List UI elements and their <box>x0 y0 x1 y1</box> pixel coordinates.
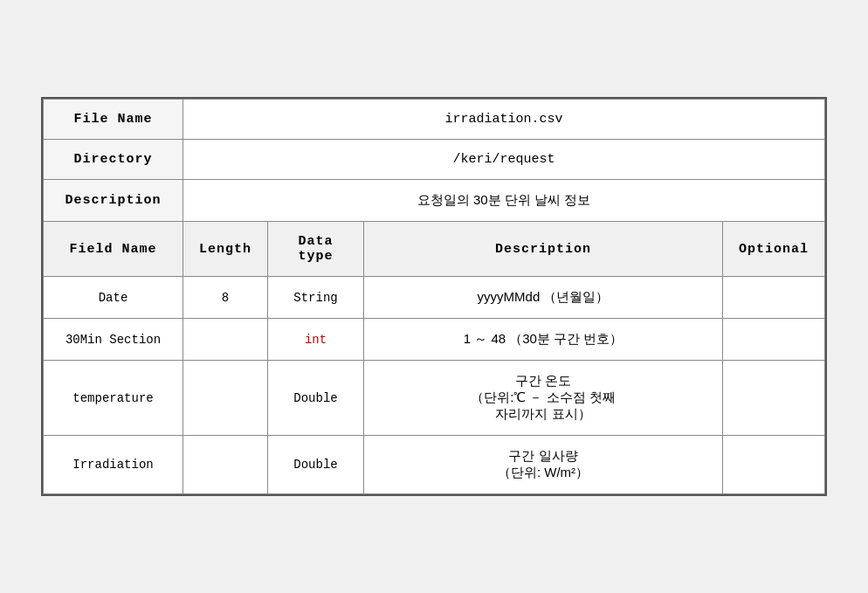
file-spec-table: File Name irradiation.csv Directory /ker… <box>43 99 825 494</box>
optional-30min <box>722 319 824 361</box>
directory-label: Directory <box>44 140 183 180</box>
description-temperature: 구간 온도（단위:℃ － 소수점 첫째자리까지 표시） <box>364 361 723 436</box>
optional-irradiation <box>722 436 824 494</box>
table-row: temperature Double 구간 온도（단위:℃ － 소수점 첫째자리… <box>44 361 825 436</box>
file-name-label: File Name <box>44 100 183 140</box>
table-header-row: Field Name Length Data type Description … <box>44 222 825 277</box>
table-row: 30Min Section int 1 ～ 48 （30분 구간 번호） <box>44 319 825 361</box>
field-name-date: Date <box>44 277 183 319</box>
header-field-name: Field Name <box>44 222 183 277</box>
main-table-container: File Name irradiation.csv Directory /ker… <box>41 97 827 496</box>
description-date: yyyyMMdd （년월일） <box>364 277 723 319</box>
file-name-row: File Name irradiation.csv <box>44 100 825 140</box>
optional-date <box>722 277 824 319</box>
header-optional: Optional <box>722 222 824 277</box>
directory-row: Directory /keri/request <box>44 140 825 180</box>
description-row: Description 요청일의 30분 단위 날씨 정보 <box>44 180 825 222</box>
length-irradiation <box>183 436 268 494</box>
field-name-temperature: temperature <box>44 361 183 436</box>
datatype-temperature: Double <box>268 361 364 436</box>
description-irradiation: 구간 일사량（단위: W/m²） <box>364 436 723 494</box>
datatype-irradiation: Double <box>268 436 364 494</box>
table-row: Irradiation Double 구간 일사량（단위: W/m²） <box>44 436 825 494</box>
datatype-30min: int <box>268 319 364 361</box>
header-length: Length <box>183 222 268 277</box>
datatype-date: String <box>268 277 364 319</box>
optional-temperature <box>722 361 824 436</box>
directory-value: /keri/request <box>183 140 825 180</box>
header-description: Description <box>364 222 723 277</box>
table-row: Date 8 String yyyyMMdd （년월일） <box>44 277 825 319</box>
length-30min <box>183 319 268 361</box>
header-data-type: Data type <box>268 222 364 277</box>
length-temperature <box>183 361 268 436</box>
field-name-irradiation: Irradiation <box>44 436 183 494</box>
field-name-30min: 30Min Section <box>44 319 183 361</box>
length-date: 8 <box>183 277 268 319</box>
description-30min: 1 ～ 48 （30분 구간 번호） <box>364 319 723 361</box>
file-name-value: irradiation.csv <box>183 100 825 140</box>
description-label: Description <box>44 180 183 222</box>
description-value: 요청일의 30분 단위 날씨 정보 <box>183 180 825 222</box>
